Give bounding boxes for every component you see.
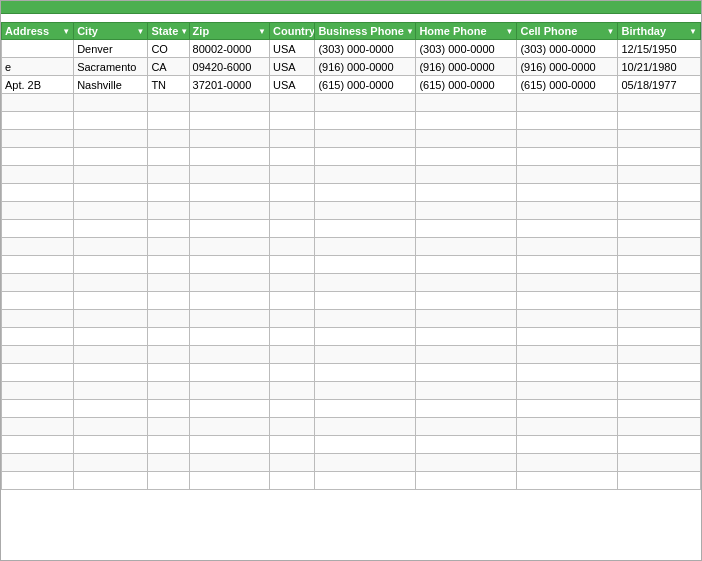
cell-cell_phone[interactable] — [517, 436, 618, 454]
cell-city[interactable] — [74, 148, 148, 166]
cell-business_phone[interactable] — [315, 238, 416, 256]
cell-cell_phone[interactable] — [517, 454, 618, 472]
cell-city[interactable] — [74, 166, 148, 184]
cell-home_phone[interactable] — [416, 202, 517, 220]
cell-address[interactable] — [2, 202, 74, 220]
column-header-cell_phone[interactable]: Cell Phone▼ — [517, 23, 618, 40]
cell-city[interactable] — [74, 364, 148, 382]
cell-cell_phone[interactable] — [517, 148, 618, 166]
cell-cell_phone[interactable]: (916) 000-0000 — [517, 58, 618, 76]
cell-cell_phone[interactable] — [517, 418, 618, 436]
cell-address[interactable] — [2, 328, 74, 346]
cell-address[interactable] — [2, 130, 74, 148]
cell-home_phone[interactable] — [416, 472, 517, 490]
cell-home_phone[interactable]: (916) 000-0000 — [416, 58, 517, 76]
cell-city[interactable]: Denver — [74, 40, 148, 58]
column-header-address[interactable]: Address▼ — [2, 23, 74, 40]
cell-birthday[interactable] — [618, 346, 701, 364]
cell-cell_phone[interactable] — [517, 130, 618, 148]
cell-city[interactable] — [74, 256, 148, 274]
cell-business_phone[interactable]: (916) 000-0000 — [315, 58, 416, 76]
cell-city[interactable] — [74, 382, 148, 400]
cell-home_phone[interactable] — [416, 112, 517, 130]
cell-country[interactable]: USA — [270, 40, 315, 58]
cell-country[interactable] — [270, 454, 315, 472]
cell-cell_phone[interactable] — [517, 364, 618, 382]
cell-business_phone[interactable] — [315, 184, 416, 202]
cell-state[interactable] — [148, 166, 189, 184]
cell-home_phone[interactable] — [416, 454, 517, 472]
cell-cell_phone[interactable] — [517, 112, 618, 130]
cell-home_phone[interactable] — [416, 184, 517, 202]
cell-cell_phone[interactable] — [517, 166, 618, 184]
cell-birthday[interactable] — [618, 454, 701, 472]
cell-zip[interactable] — [189, 202, 269, 220]
cell-state[interactable] — [148, 382, 189, 400]
cell-home_phone[interactable] — [416, 400, 517, 418]
cell-zip[interactable] — [189, 454, 269, 472]
cell-home_phone[interactable] — [416, 148, 517, 166]
column-header-city[interactable]: City▼ — [74, 23, 148, 40]
cell-cell_phone[interactable] — [517, 202, 618, 220]
cell-birthday[interactable] — [618, 184, 701, 202]
cell-zip[interactable] — [189, 472, 269, 490]
cell-zip[interactable] — [189, 94, 269, 112]
cell-address[interactable] — [2, 346, 74, 364]
cell-address[interactable] — [2, 184, 74, 202]
cell-address[interactable] — [2, 40, 74, 58]
cell-address[interactable] — [2, 364, 74, 382]
cell-state[interactable]: CO — [148, 40, 189, 58]
cell-zip[interactable] — [189, 382, 269, 400]
cell-business_phone[interactable] — [315, 94, 416, 112]
cell-state[interactable] — [148, 184, 189, 202]
cell-cell_phone[interactable] — [517, 310, 618, 328]
cell-address[interactable] — [2, 382, 74, 400]
cell-state[interactable] — [148, 220, 189, 238]
cell-country[interactable] — [270, 328, 315, 346]
cell-cell_phone[interactable] — [517, 472, 618, 490]
cell-address[interactable]: e — [2, 58, 74, 76]
cell-country[interactable] — [270, 184, 315, 202]
cell-country[interactable] — [270, 382, 315, 400]
cell-cell_phone[interactable] — [517, 256, 618, 274]
cell-zip[interactable] — [189, 184, 269, 202]
cell-city[interactable] — [74, 238, 148, 256]
cell-country[interactable] — [270, 364, 315, 382]
column-header-birthday[interactable]: Birthday▼ — [618, 23, 701, 40]
cell-country[interactable]: USA — [270, 58, 315, 76]
cell-country[interactable] — [270, 310, 315, 328]
dropdown-arrow-birthday[interactable]: ▼ — [689, 27, 697, 36]
cell-state[interactable]: TN — [148, 76, 189, 94]
cell-cell_phone[interactable] — [517, 292, 618, 310]
cell-home_phone[interactable] — [416, 328, 517, 346]
cell-address[interactable] — [2, 436, 74, 454]
cell-birthday[interactable] — [618, 220, 701, 238]
cell-zip[interactable] — [189, 328, 269, 346]
cell-state[interactable] — [148, 238, 189, 256]
cell-zip[interactable] — [189, 256, 269, 274]
cell-birthday[interactable] — [618, 382, 701, 400]
cell-business_phone[interactable]: (303) 000-0000 — [315, 40, 416, 58]
cell-zip[interactable] — [189, 220, 269, 238]
cell-city[interactable] — [74, 346, 148, 364]
cell-birthday[interactable]: 05/18/1977 — [618, 76, 701, 94]
cell-birthday[interactable] — [618, 400, 701, 418]
cell-city[interactable] — [74, 112, 148, 130]
cell-home_phone[interactable] — [416, 130, 517, 148]
cell-address[interactable] — [2, 220, 74, 238]
cell-city[interactable]: Nashville — [74, 76, 148, 94]
cell-birthday[interactable] — [618, 238, 701, 256]
cell-zip[interactable]: 37201-0000 — [189, 76, 269, 94]
cell-cell_phone[interactable]: (615) 000-0000 — [517, 76, 618, 94]
cell-business_phone[interactable] — [315, 166, 416, 184]
cell-birthday[interactable] — [618, 202, 701, 220]
cell-home_phone[interactable]: (303) 000-0000 — [416, 40, 517, 58]
cell-country[interactable] — [270, 94, 315, 112]
cell-home_phone[interactable] — [416, 436, 517, 454]
cell-city[interactable] — [74, 94, 148, 112]
column-header-home_phone[interactable]: Home Phone▼ — [416, 23, 517, 40]
cell-business_phone[interactable] — [315, 292, 416, 310]
cell-business_phone[interactable] — [315, 454, 416, 472]
cell-address[interactable] — [2, 454, 74, 472]
cell-city[interactable] — [74, 454, 148, 472]
